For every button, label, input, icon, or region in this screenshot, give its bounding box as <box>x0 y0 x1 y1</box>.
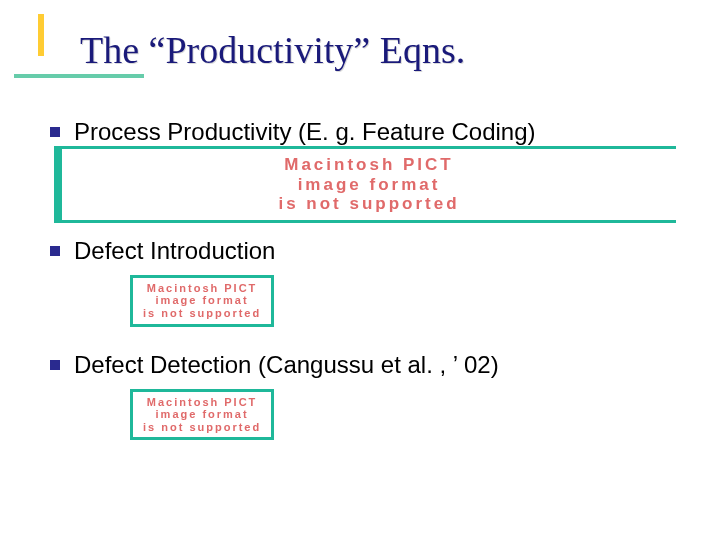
pict-error-box: Macintosh PICT image format is not suppo… <box>130 389 274 441</box>
pict-error-line: Macintosh PICT <box>72 155 666 175</box>
bullet-icon <box>50 246 60 256</box>
pict-error-line: Macintosh PICT <box>143 282 261 295</box>
pict-error-line: is not supported <box>72 194 666 214</box>
title-area: The “Productivity” Eqns. <box>0 0 720 90</box>
bullet-icon <box>50 360 60 370</box>
pict-error-line: Macintosh PICT <box>143 396 261 409</box>
bullet-text: Process Productivity (E. g. Feature Codi… <box>74 118 536 146</box>
bullet-icon <box>50 127 60 137</box>
slide-title: The “Productivity” Eqns. <box>80 28 720 72</box>
bullet-text: Defect Detection (Cangussu et al. , ’ 02… <box>74 351 499 379</box>
pict-error-line: is not supported <box>143 307 261 320</box>
title-accent-vertical <box>38 14 44 56</box>
bullet-item: Defect Detection (Cangussu et al. , ’ 02… <box>50 351 680 379</box>
pict-error-line: image format <box>72 175 666 195</box>
content-area: Process Productivity (E. g. Feature Codi… <box>0 90 720 458</box>
bullet-item: Process Productivity (E. g. Feature Codi… <box>50 118 680 146</box>
pict-error-line: is not supported <box>143 421 261 434</box>
pict-error-line: image format <box>143 408 261 421</box>
pict-error-box: Macintosh PICT image format is not suppo… <box>130 275 274 327</box>
pict-error-line: image format <box>143 294 261 307</box>
bullet-text: Defect Introduction <box>74 237 275 265</box>
title-accent-horizontal <box>14 74 144 78</box>
pict-error-box: Macintosh PICT image format is not suppo… <box>54 146 676 223</box>
bullet-item: Defect Introduction <box>50 237 680 265</box>
